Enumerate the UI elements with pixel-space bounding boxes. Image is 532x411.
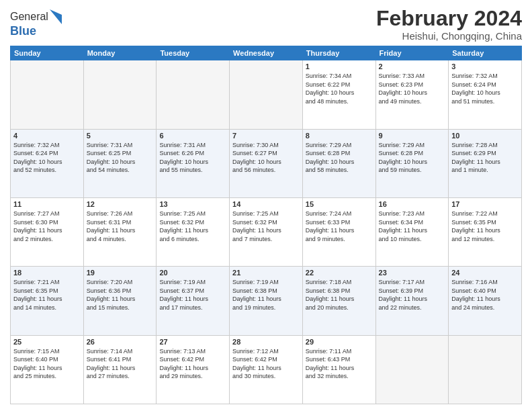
table-row: [157, 60, 230, 129]
table-row: 4Sunrise: 7:32 AM Sunset: 6:24 PM Daylig…: [11, 129, 84, 197]
logo-general-text: General: [10, 11, 48, 23]
day-number: 22: [306, 269, 373, 277]
day-info: Sunrise: 7:11 AM Sunset: 6:43 PM Dayligh…: [306, 347, 373, 381]
day-info: Sunrise: 7:19 AM Sunset: 6:38 PM Dayligh…: [232, 278, 300, 312]
day-number: 1: [306, 62, 373, 71]
day-info: Sunrise: 7:32 AM Sunset: 6:24 PM Dayligh…: [451, 72, 519, 105]
col-thursday: Thursday: [302, 46, 375, 60]
table-row: [83, 60, 157, 129]
calendar-table: Sunday Monday Tuesday Wednesday Thursday…: [10, 46, 522, 404]
table-row: [449, 335, 522, 404]
day-number: 20: [159, 269, 226, 277]
day-info: Sunrise: 7:27 AM Sunset: 6:30 PM Dayligh…: [13, 210, 81, 243]
day-info: Sunrise: 7:23 AM Sunset: 6:34 PM Dayligh…: [379, 210, 446, 243]
day-info: Sunrise: 7:12 AM Sunset: 6:42 PM Dayligh…: [232, 347, 300, 381]
header: General Blue February 2024 Heishui, Chon…: [10, 7, 522, 42]
day-info: Sunrise: 7:33 AM Sunset: 6:23 PM Dayligh…: [379, 72, 446, 105]
day-info: Sunrise: 7:20 AM Sunset: 6:36 PM Dayligh…: [87, 278, 154, 312]
day-info: Sunrise: 7:25 AM Sunset: 6:32 PM Dayligh…: [159, 210, 226, 243]
table-row: 6Sunrise: 7:31 AM Sunset: 6:26 PM Daylig…: [157, 129, 230, 197]
day-info: Sunrise: 7:24 AM Sunset: 6:33 PM Dayligh…: [306, 210, 373, 243]
calendar-row: 4Sunrise: 7:32 AM Sunset: 6:24 PM Daylig…: [11, 129, 522, 197]
logo: General Blue: [10, 9, 62, 38]
day-info: Sunrise: 7:31 AM Sunset: 6:25 PM Dayligh…: [87, 141, 154, 175]
day-info: Sunrise: 7:16 AM Sunset: 6:40 PM Dayligh…: [451, 278, 519, 312]
table-row: 13Sunrise: 7:25 AM Sunset: 6:32 PM Dayli…: [157, 197, 230, 266]
table-row: 23Sunrise: 7:17 AM Sunset: 6:39 PM Dayli…: [375, 267, 449, 335]
table-row: 10Sunrise: 7:28 AM Sunset: 6:29 PM Dayli…: [449, 129, 522, 197]
day-number: 25: [13, 338, 81, 346]
logo-blue-text: Blue: [10, 24, 36, 38]
day-info: Sunrise: 7:13 AM Sunset: 6:42 PM Dayligh…: [159, 347, 226, 381]
day-number: 13: [159, 200, 226, 208]
table-row: [11, 60, 84, 129]
day-number: 15: [306, 200, 373, 208]
col-friday: Friday: [375, 46, 449, 60]
table-row: 1Sunrise: 7:34 AM Sunset: 6:22 PM Daylig…: [302, 60, 375, 129]
svg-marker-0: [50, 9, 62, 24]
day-info: Sunrise: 7:21 AM Sunset: 6:35 PM Dayligh…: [13, 278, 81, 312]
subtitle: Heishui, Chongqing, China: [376, 30, 522, 42]
calendar-header-row: Sunday Monday Tuesday Wednesday Thursday…: [11, 46, 522, 60]
table-row: 21Sunrise: 7:19 AM Sunset: 6:38 PM Dayli…: [230, 267, 303, 335]
day-info: Sunrise: 7:32 AM Sunset: 6:24 PM Dayligh…: [13, 141, 81, 175]
table-row: 28Sunrise: 7:12 AM Sunset: 6:42 PM Dayli…: [230, 335, 303, 404]
table-row: [230, 60, 303, 129]
table-row: 14Sunrise: 7:25 AM Sunset: 6:32 PM Dayli…: [230, 197, 303, 266]
day-info: Sunrise: 7:29 AM Sunset: 6:28 PM Dayligh…: [379, 141, 446, 175]
table-row: 11Sunrise: 7:27 AM Sunset: 6:30 PM Dayli…: [11, 197, 84, 266]
day-number: 3: [451, 62, 519, 71]
table-row: 19Sunrise: 7:20 AM Sunset: 6:36 PM Dayli…: [83, 267, 157, 335]
table-row: 3Sunrise: 7:32 AM Sunset: 6:24 PM Daylig…: [449, 60, 522, 129]
day-info: Sunrise: 7:29 AM Sunset: 6:28 PM Dayligh…: [306, 141, 373, 175]
day-number: 14: [232, 200, 300, 208]
day-number: 19: [87, 269, 154, 277]
table-row: [375, 335, 449, 404]
day-info: Sunrise: 7:19 AM Sunset: 6:37 PM Dayligh…: [159, 278, 226, 312]
day-number: 6: [159, 132, 226, 140]
table-row: 15Sunrise: 7:24 AM Sunset: 6:33 PM Dayli…: [302, 197, 375, 266]
day-number: 29: [306, 338, 373, 346]
day-number: 8: [306, 132, 373, 140]
calendar-row: 11Sunrise: 7:27 AM Sunset: 6:30 PM Dayli…: [11, 197, 522, 266]
calendar-row: 18Sunrise: 7:21 AM Sunset: 6:35 PM Dayli…: [11, 267, 522, 335]
day-number: 21: [232, 269, 300, 277]
day-info: Sunrise: 7:28 AM Sunset: 6:29 PM Dayligh…: [451, 141, 519, 175]
day-number: 18: [13, 269, 81, 277]
table-row: 26Sunrise: 7:14 AM Sunset: 6:41 PM Dayli…: [83, 335, 157, 404]
col-saturday: Saturday: [449, 46, 522, 60]
day-info: Sunrise: 7:22 AM Sunset: 6:35 PM Dayligh…: [451, 210, 519, 243]
day-info: Sunrise: 7:31 AM Sunset: 6:26 PM Dayligh…: [159, 141, 226, 175]
day-number: 10: [451, 132, 519, 140]
page: General Blue February 2024 Heishui, Chon…: [0, 0, 532, 411]
table-row: 27Sunrise: 7:13 AM Sunset: 6:42 PM Dayli…: [157, 335, 230, 404]
day-number: 4: [13, 132, 81, 140]
table-row: 20Sunrise: 7:19 AM Sunset: 6:37 PM Dayli…: [157, 267, 230, 335]
table-row: 18Sunrise: 7:21 AM Sunset: 6:35 PM Dayli…: [11, 267, 84, 335]
table-row: 16Sunrise: 7:23 AM Sunset: 6:34 PM Dayli…: [375, 197, 449, 266]
day-number: 24: [451, 269, 519, 277]
table-row: 9Sunrise: 7:29 AM Sunset: 6:28 PM Daylig…: [375, 129, 449, 197]
table-row: 2Sunrise: 7:33 AM Sunset: 6:23 PM Daylig…: [375, 60, 449, 129]
day-info: Sunrise: 7:34 AM Sunset: 6:22 PM Dayligh…: [306, 72, 373, 105]
day-number: 7: [232, 132, 300, 140]
table-row: 25Sunrise: 7:15 AM Sunset: 6:40 PM Dayli…: [11, 335, 84, 404]
day-number: 12: [87, 200, 154, 208]
calendar-row: 25Sunrise: 7:15 AM Sunset: 6:40 PM Dayli…: [11, 335, 522, 404]
calendar-row: 1Sunrise: 7:34 AM Sunset: 6:22 PM Daylig…: [11, 60, 522, 129]
day-number: 17: [451, 200, 519, 208]
day-number: 26: [87, 338, 154, 346]
col-wednesday: Wednesday: [230, 46, 303, 60]
day-info: Sunrise: 7:30 AM Sunset: 6:27 PM Dayligh…: [232, 141, 300, 175]
day-info: Sunrise: 7:14 AM Sunset: 6:41 PM Dayligh…: [87, 347, 154, 381]
day-info: Sunrise: 7:26 AM Sunset: 6:31 PM Dayligh…: [87, 210, 154, 243]
table-row: 17Sunrise: 7:22 AM Sunset: 6:35 PM Dayli…: [449, 197, 522, 266]
table-row: 22Sunrise: 7:18 AM Sunset: 6:38 PM Dayli…: [302, 267, 375, 335]
title-block: February 2024 Heishui, Chongqing, China: [376, 7, 522, 42]
table-row: 5Sunrise: 7:31 AM Sunset: 6:25 PM Daylig…: [83, 129, 157, 197]
table-row: 29Sunrise: 7:11 AM Sunset: 6:43 PM Dayli…: [302, 335, 375, 404]
day-number: 27: [159, 338, 226, 346]
col-tuesday: Tuesday: [157, 46, 230, 60]
day-info: Sunrise: 7:18 AM Sunset: 6:38 PM Dayligh…: [306, 278, 373, 312]
day-number: 2: [379, 62, 446, 71]
